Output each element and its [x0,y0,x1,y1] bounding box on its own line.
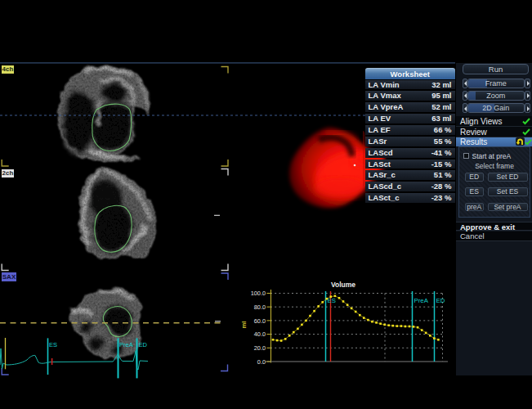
svg-text:ml: ml [240,321,248,329]
svg-text:PreA: PreA [119,341,133,348]
svg-text:ED: ED [139,341,148,348]
svg-text:ES: ES [49,341,57,348]
svg-text:0.0: 0.0 [257,358,266,366]
svg-text:20.0: 20.0 [254,344,266,352]
svg-text:100.0: 100.0 [251,290,266,297]
svg-text:PreA: PreA [414,297,429,304]
svg-text:Volume: Volume [331,281,355,289]
svg-text:ED: ED [436,297,445,304]
svg-text:40.0: 40.0 [254,330,266,338]
svg-text:60.0: 60.0 [254,317,266,325]
svg-text:80.0: 80.0 [254,303,266,311]
